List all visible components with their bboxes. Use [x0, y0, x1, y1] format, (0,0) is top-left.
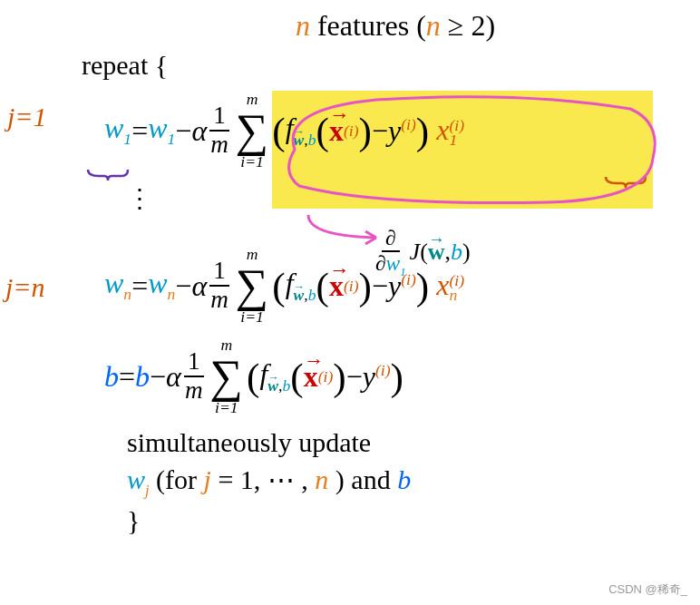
wn-lhs: wn — [104, 267, 131, 304]
watermark: CSDN @稀奇_ — [608, 581, 687, 598]
close-brace: } — [127, 505, 682, 536]
wn-rhs: wn — [148, 267, 175, 304]
sigma: m ∑ i=1 — [236, 92, 269, 170]
frac-1m-b: 1 m — [181, 348, 207, 405]
lparen: ( — [272, 109, 285, 153]
b-lhs: b — [104, 360, 119, 394]
b-rhs: b — [135, 360, 150, 394]
x-vec: x — [329, 114, 344, 148]
annotation-jn: j=n — [5, 272, 45, 303]
sigma-n: m ∑ i=1 — [236, 247, 269, 325]
equals-b: = — [119, 360, 135, 394]
features-text: features — [310, 9, 416, 42]
var-n-2: n — [426, 9, 441, 42]
equation-b: b = b − α 1 m m ∑ i=1 ( fw,b ( x(i) ) − … — [104, 331, 682, 422]
w1-lhs: w1 — [104, 112, 131, 149]
x1-term: x(i)1 — [436, 113, 464, 147]
sim-update-text: simultaneously update — [127, 427, 682, 458]
alpha-b: α — [166, 360, 181, 394]
vdots: ⋮ — [127, 183, 682, 213]
minus-n: − — [175, 269, 191, 303]
alpha-n: α — [191, 269, 207, 303]
annotation-j1: j=1 — [7, 102, 47, 132]
var-n: n — [296, 9, 310, 42]
ge-2: ≥ 2) — [441, 9, 495, 42]
equals-n: = — [131, 269, 148, 303]
paren-open: ( — [416, 9, 426, 42]
sigma-b: m ∑ i=1 — [210, 337, 244, 415]
alpha: α — [191, 114, 207, 148]
f: fw,b — [286, 112, 316, 149]
equation-wn: wn = wn − α 1 m m ∑ i=1 ( fw,b ( x(i) ) … — [104, 240, 682, 331]
minus: − — [175, 114, 191, 148]
lparen2: ( — [316, 109, 329, 153]
title-line: n features (n ≥ 2) — [109, 9, 682, 43]
rparen: ) — [416, 109, 429, 153]
minus-y: − — [372, 114, 388, 148]
rparen2: ) — [359, 109, 372, 153]
equals: = — [131, 114, 148, 148]
repeat-text: repeat { — [82, 50, 682, 81]
frac-1m: 1 m — [207, 102, 232, 159]
equation-w1: w1 = w1 − α 1 m m ∑ i=1 ( fw,b ( x(i) ) … — [104, 85, 682, 176]
y-term: y(i) — [388, 114, 416, 148]
w1-rhs: w1 — [148, 112, 175, 149]
minus-b: − — [150, 360, 166, 394]
frac-1m-n: 1 m — [207, 258, 232, 314]
sim-update-detail: wj (for j = 1, ⋯ , n ) and b — [127, 464, 682, 500]
